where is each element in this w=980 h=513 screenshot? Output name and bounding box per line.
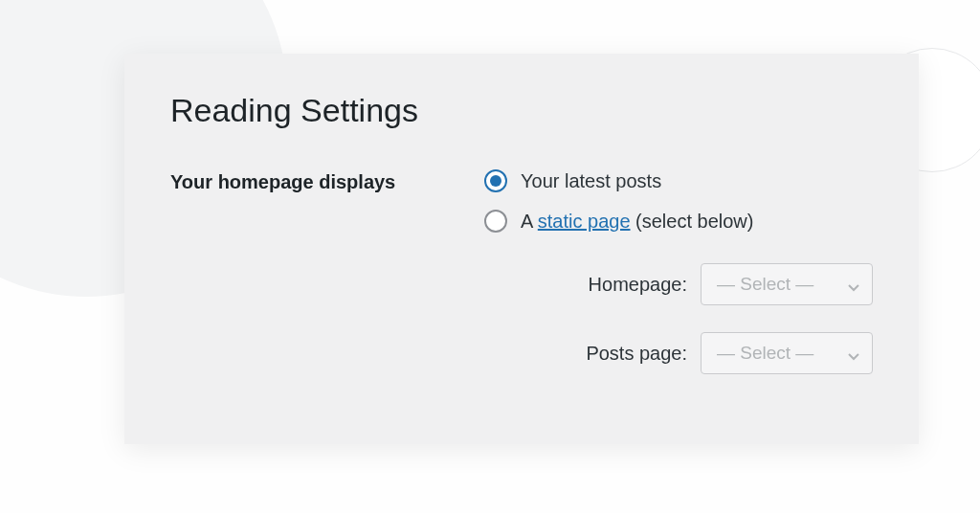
posts-page-select[interactable]: — Select — bbox=[701, 332, 873, 374]
reading-settings-panel: Reading Settings Your homepage displays … bbox=[124, 54, 919, 444]
radio-option-latest-posts[interactable]: Your latest posts bbox=[484, 169, 873, 192]
homepage-select-row: Homepage: — Select — bbox=[484, 263, 873, 305]
radio-label-latest-posts: Your latest posts bbox=[521, 170, 661, 192]
radio-option-static-page[interactable]: A static page (select below) bbox=[484, 210, 873, 233]
page-select-group: Homepage: — Select — Posts page: — Selec… bbox=[484, 263, 873, 374]
homepage-displays-controls: Your latest posts A static page (select … bbox=[484, 169, 873, 401]
posts-page-select-label: Posts page: bbox=[586, 343, 687, 365]
page-title: Reading Settings bbox=[170, 92, 873, 129]
chevron-down-icon bbox=[847, 278, 860, 291]
homepage-select-label: Homepage: bbox=[589, 274, 687, 296]
homepage-select-value: — Select — bbox=[717, 274, 813, 295]
homepage-select[interactable]: — Select — bbox=[701, 263, 873, 305]
chevron-down-icon bbox=[847, 346, 860, 360]
radio-button-static-page[interactable] bbox=[484, 210, 507, 233]
homepage-displays-row: Your homepage displays Your latest posts… bbox=[170, 169, 873, 401]
homepage-displays-label: Your homepage displays bbox=[170, 169, 484, 193]
static-page-link[interactable]: static page bbox=[538, 211, 631, 232]
radio-button-latest-posts[interactable] bbox=[484, 169, 507, 192]
posts-page-select-value: — Select — bbox=[717, 343, 813, 364]
posts-page-select-row: Posts page: — Select — bbox=[484, 332, 873, 374]
radio-label-static-page: A static page (select below) bbox=[521, 211, 753, 233]
